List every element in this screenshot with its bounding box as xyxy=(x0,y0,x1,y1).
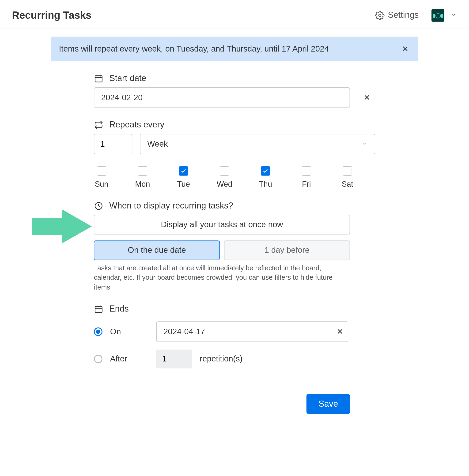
start-date-input[interactable] xyxy=(94,87,350,108)
repeat-icon xyxy=(94,120,103,129)
repeat-count-input[interactable] xyxy=(94,134,132,154)
clock-icon xyxy=(94,201,103,210)
clear-end-date[interactable]: ✕ xyxy=(337,327,343,336)
day-checkbox-mon[interactable] xyxy=(138,166,147,176)
day-checkbox-sun[interactable] xyxy=(97,166,106,176)
close-icon[interactable]: ✕ xyxy=(400,43,410,56)
repeats-label: Repeats every xyxy=(109,120,164,129)
day-label: Thu xyxy=(259,180,272,189)
repeat-unit-value: Week xyxy=(147,139,168,149)
day-checkbox-tue[interactable] xyxy=(179,166,188,176)
clear-start-date[interactable]: ✕ xyxy=(364,93,370,102)
day-label: Mon xyxy=(135,180,150,189)
calendar-icon xyxy=(94,74,103,83)
svg-point-0 xyxy=(379,14,381,16)
app-menu-dropdown[interactable] xyxy=(450,11,457,19)
settings-button[interactable]: Settings xyxy=(371,8,423,23)
day-checkbox-fri[interactable] xyxy=(302,166,311,176)
day-checkbox-wed[interactable] xyxy=(220,166,229,176)
svg-rect-2 xyxy=(95,75,102,82)
callout-arrow-icon xyxy=(32,207,92,246)
page-title: Recurring Tasks xyxy=(12,9,371,21)
ends-after-count-input[interactable] xyxy=(156,350,192,368)
ends-after-radio[interactable] xyxy=(94,355,102,363)
banner-text: Items will repeat every week, on Tuesday… xyxy=(59,44,329,54)
day-label: Fri xyxy=(302,180,311,189)
repeat-unit-select[interactable]: Week xyxy=(140,134,375,154)
display-helper-text: Tasks that are created all at once will … xyxy=(94,264,341,292)
day-label: Wed xyxy=(217,180,232,189)
day-checkbox-thu[interactable] xyxy=(261,166,270,176)
ends-on-date-input[interactable] xyxy=(156,322,348,342)
display-label: When to display recurring tasks? xyxy=(109,201,233,211)
day-label: Sun xyxy=(95,180,108,189)
day-checkbox-sat[interactable] xyxy=(343,166,352,176)
day-label: Sat xyxy=(342,180,353,189)
chevron-down-icon xyxy=(362,139,368,149)
repetitions-label: repetition(s) xyxy=(200,354,243,364)
settings-label: Settings xyxy=(388,10,419,20)
ends-label: Ends xyxy=(109,304,129,314)
calendar-icon xyxy=(94,304,103,314)
day-label: Tue xyxy=(177,180,190,189)
summary-banner: Items will repeat every week, on Tuesday… xyxy=(51,37,418,62)
display-option-due-date[interactable]: On the due date xyxy=(94,240,220,260)
ends-on-radio[interactable] xyxy=(94,328,102,336)
ends-after-label: After xyxy=(110,354,149,364)
svg-marker-1 xyxy=(32,209,92,244)
display-option-day-before[interactable]: 1 day before xyxy=(224,240,350,260)
ends-on-label: On xyxy=(110,327,149,336)
display-all-at-once-button[interactable]: Display all your tasks at once now xyxy=(94,215,350,235)
svg-rect-7 xyxy=(95,306,102,313)
save-button[interactable]: Save xyxy=(306,394,350,414)
app-icon[interactable]: ▮◯▮ xyxy=(432,9,444,22)
start-date-label: Start date xyxy=(109,73,146,83)
gear-icon xyxy=(375,11,384,20)
